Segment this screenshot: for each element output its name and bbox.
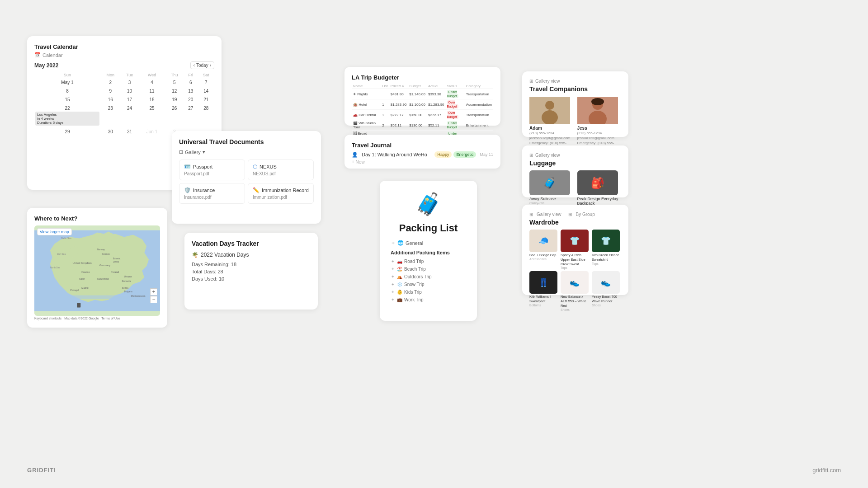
companion-adam[interactable]: Adam (213) 555-1234 jackson.lloyd@gmail.… (529, 97, 574, 151)
wardrobe-cap[interactable]: 🧢 Bae + Bridge Cap Accessories (529, 230, 559, 269)
docs-title: Universal Travel Documents (179, 138, 314, 145)
zoom-out-button[interactable]: − (150, 296, 157, 303)
total-days-stat: Total Days: 28 (192, 269, 311, 274)
svg-text:Spain: Spain (79, 278, 85, 280)
svg-text:Switzerland: Switzerland (97, 278, 109, 280)
map-card: Where to Next? United Kingdom France Ger… (27, 208, 167, 328)
svg-text:Portugal: Portugal (70, 289, 78, 291)
view-larger-map-button[interactable]: View larger map (37, 228, 72, 235)
map-container[interactable]: United Kingdom France Germany Poland Est… (34, 225, 160, 316)
svg-text:Romania: Romania (122, 280, 131, 282)
list-item[interactable]: ＋ 🚗 Road Trip (391, 258, 466, 264)
list-item[interactable]: ＋ 🏖️ Beach Trip (391, 266, 466, 272)
packing-additional-title: Additional Packing Items (391, 250, 466, 255)
journal-entry[interactable]: 👤 Day 1: Walking Around WeHo Happy Energ… (352, 151, 493, 158)
vacation-tracker-card: Vacation Days Tracker 🌴 2022 Vacation Da… (184, 233, 318, 310)
nexus-icon: ⬡ (253, 164, 257, 170)
energetic-tag: Energetic (453, 151, 476, 158)
doc-nexus[interactable]: ⬡ NEXUS NEXUS.pdf (248, 160, 314, 180)
today-button[interactable]: ‹ Today › (190, 61, 214, 69)
svg-text:Ukraine: Ukraine (124, 276, 132, 278)
wardrobe-title: Wardrobe (529, 219, 621, 226)
svg-text:Mediterranean: Mediterranean (131, 295, 145, 297)
list-item[interactable]: ＋ ❄️ Snow Trip (391, 281, 466, 287)
docs-gallery-toggle[interactable]: ⊞ Gallery ▾ (179, 149, 314, 155)
companion-photo-adam (529, 97, 570, 124)
packing-general-button[interactable]: ＋ 🌐 General (391, 239, 466, 246)
table-row: 🚗 Car Rental 1 $272.17 $150.00 $272.17 O… (352, 110, 493, 120)
plus-icon: ＋ (391, 239, 396, 246)
svg-text:Madrid: Madrid (81, 287, 88, 289)
svg-text:Norway: Norway (97, 249, 105, 251)
companions-header: ⊞ Gallery view (529, 79, 621, 84)
doc-immunization[interactable]: ✏️ Immunization Record Immunization.pdf (248, 183, 314, 204)
luggage-card: ⊞ Gallery view Luggage 🧳 Away Suitcase C… (522, 145, 628, 197)
calendar-title: Travel Calendar (34, 43, 214, 50)
svg-text:Serbia: Serbia (122, 287, 129, 289)
vacation-icon: 🌴 (192, 252, 198, 258)
calendar-subtitle: 📅 Calendar (34, 52, 214, 58)
luggage-away-suitcase[interactable]: 🧳 Away Suitcase Carry-On (529, 170, 574, 210)
wardrobe-sneaker-red[interactable]: 👟 New Balance x ALD 550 – White Red Shoe… (561, 271, 590, 311)
budget-table: Name List Price/14 Budget Actual Status … (352, 84, 493, 141)
companion-jess[interactable]: Jess (213) 555-1234 jessika123@gmail.com… (577, 97, 622, 151)
journal-title: Travel Journal (352, 142, 493, 149)
calendar-grid: Sun Mon Tue Wed Thu Fri Sat May 1 2 3 4 … (34, 72, 214, 136)
list-item[interactable]: ＋ ⛺ Outdoors Trip (391, 273, 466, 280)
companions-card: ⊞ Gallery view Travel Companions Adam (2… (522, 71, 628, 137)
list-item[interactable]: ＋ 👶 Kids Trip (391, 289, 466, 295)
wardrobe-sweatpant[interactable]: 👖 Kith Williams I Sweatpant Bottoms (529, 271, 559, 311)
table-row: 🏨 Hotel 1 $1,283.90 $1,100.00 $1,283.90 … (352, 99, 493, 110)
doc-passport[interactable]: 🪪 Passport Passport.pdf (179, 160, 245, 180)
companions-grid: Adam (213) 555-1234 jackson.lloyd@gmail.… (529, 97, 621, 151)
luggage-title: Luggage (529, 160, 621, 167)
wardrobe-img-sweatshirt-green: 👕 (592, 230, 620, 252)
companions-title: Travel Companions (529, 85, 621, 93)
table-row: ✈ Flights $491.80 $1,140.00 $393.38 Unde… (352, 89, 493, 99)
brand-right: gridfiti.com (812, 467, 841, 474)
wardrobe-img-sweatshirt-red: 👕 (561, 230, 589, 252)
svg-text:Irish Sea: Irish Sea (57, 253, 66, 255)
svg-text:United Kingdom: United Kingdom (72, 262, 91, 264)
calendar-event[interactable]: Los Angelesin 4 weeksDuration: 5 days (35, 112, 99, 126)
gallery-view-icon: ⊞ (529, 153, 533, 158)
journal-add-button[interactable]: + New (352, 160, 493, 164)
svg-text:Estonia: Estonia (113, 258, 121, 260)
svg-text:France: France (81, 271, 90, 273)
wardrobe-img-cap: 🧢 (529, 230, 557, 252)
zoom-in-button[interactable]: + (150, 288, 157, 296)
brand-left: GRIDFITI (27, 467, 56, 474)
wardrobe-sweatshirt-red[interactable]: 👕 Sporty & Rich Upper East Side Crew Swe… (561, 230, 590, 269)
packing-list-card: 🧳 Packing List ＋ 🌐 General Additional Pa… (380, 181, 477, 321)
gallery-view-icon: ⊞ (529, 79, 533, 84)
svg-text:Latvia: Latvia (113, 261, 119, 263)
svg-text:Bulgaria: Bulgaria (124, 291, 132, 293)
svg-text:North Sea: North Sea (50, 267, 61, 269)
list-item[interactable]: ＋ 💼 Work Trip (391, 296, 466, 303)
luggage-img-backpack: 🎒 (577, 170, 618, 195)
wardrobe-sweatshirt-green[interactable]: 👕 Kith Green Fleece Sweatshirt Tops (592, 230, 621, 269)
wardrobe-sneaker-grey[interactable]: 👟 Yeezy Boost 700 Wave Runner Shoes (592, 271, 621, 311)
wardrobe-header: ⊞ Gallery view ⊞ By Group (529, 212, 621, 217)
gallery-icon: ⊞ (179, 149, 183, 155)
passport-icon: 🪪 (184, 164, 191, 170)
svg-text:Germany: Germany (99, 264, 110, 267)
vacation-year: 🌴 2022 Vacation Days (192, 252, 311, 258)
luggage-peak-backpack[interactable]: 🎒 Peak Design Everyday Backpack Carry-On (577, 170, 622, 210)
journal-tags: Happy Energetic (434, 151, 476, 158)
svg-text:Baltic Sea: Baltic Sea (61, 238, 72, 240)
general-icon: 🌐 (397, 240, 404, 246)
days-used-stat: Days Used: 10 (192, 276, 311, 282)
wardrobe-img-sneaker-grey: 👟 (592, 271, 620, 294)
happy-tag: Happy (434, 151, 452, 158)
journal-date: May 11 (480, 152, 493, 157)
svg-point-24 (545, 101, 554, 110)
doc-insurance[interactable]: 🛡️ Insurance Insurance.pdf (179, 183, 245, 204)
calendar-month: May 2022 (34, 62, 58, 69)
companion-photo-jess (577, 97, 618, 124)
budget-card: LA Trip Budgeter Name List Price/14 Budg… (344, 67, 500, 126)
map-credit: Keyboard shortcuts Map data ©2022 Google… (34, 317, 160, 320)
chevron-down-icon: ▾ (203, 149, 205, 155)
immunization-icon: ✏️ (253, 187, 259, 193)
gallery-view-icon: ⊞ (529, 212, 533, 217)
